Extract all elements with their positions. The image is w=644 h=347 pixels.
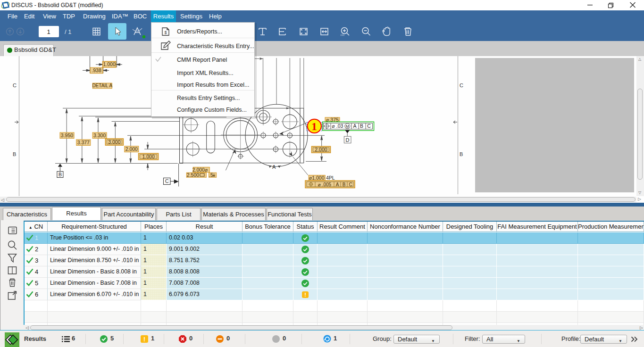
- svg-text:CMM Report Panel: CMM Report Panel: [177, 57, 227, 63]
- svg-text:2.000⌀: 2.000⌀: [192, 167, 208, 173]
- svg-text:C: C: [13, 83, 17, 88]
- svg-text:$: $: [164, 30, 167, 35]
- svg-text:/ 1: / 1: [65, 28, 71, 35]
- svg-text:3.950: 3.950: [61, 132, 73, 138]
- svg-text:!: !: [143, 336, 145, 343]
- svg-text:.938: .938: [92, 67, 101, 73]
- svg-text:B: B: [360, 123, 363, 129]
- svg-text:1.000: 1.000: [103, 61, 115, 67]
- svg-text:B: B: [343, 182, 346, 187]
- svg-text:Configure Custom Fields...: Configure Custom Fields...: [177, 107, 247, 113]
- svg-text:Results Entry Settings...: Results Entry Settings...: [177, 95, 240, 101]
- svg-text:3.377: 3.377: [77, 140, 90, 145]
- svg-text:D: D: [346, 137, 350, 143]
- svg-text:B: B: [13, 151, 16, 157]
- svg-text:2.000: 2.000: [315, 147, 327, 152]
- svg-text:A: A: [272, 164, 276, 170]
- svg-text:2.000: 2.000: [125, 146, 138, 152]
- svg-text:B: B: [59, 172, 62, 177]
- svg-text:3.300: 3.300: [93, 132, 106, 138]
- svg-text:⌀ .03: ⌀ .03: [332, 123, 343, 129]
- svg-text:Orders/Reports...: Orders/Reports...: [177, 28, 222, 35]
- svg-text:C: C: [460, 83, 463, 88]
- svg-text:C: C: [165, 178, 169, 184]
- svg-text:A: A: [336, 182, 339, 187]
- svg-text:1.000: 1.000: [142, 154, 154, 159]
- svg-text:⌀1.000: ⌀1.000: [309, 175, 325, 181]
- svg-text:1: 1: [47, 28, 50, 35]
- svg-text:C: C: [349, 182, 352, 187]
- svg-text:Import XML Results...: Import XML Results...: [177, 70, 234, 76]
- svg-text:.5: .5: [209, 172, 213, 178]
- svg-text:Characteristic Results Entry..: Characteristic Results Entry...: [177, 43, 254, 50]
- svg-text:!: !: [304, 292, 306, 297]
- svg-text:A: A: [353, 123, 356, 129]
- svg-text:1: 1: [311, 120, 317, 132]
- svg-text:C: C: [367, 123, 371, 129]
- svg-text:3.000: 3.000: [108, 139, 120, 145]
- svg-text:DETAIL A: DETAIL A: [92, 83, 112, 88]
- svg-text:4PL: 4PL: [326, 175, 335, 181]
- svg-text:⌀ .005: ⌀ .005: [318, 182, 332, 187]
- svg-text:2.500: 2.500: [187, 172, 199, 178]
- svg-text:M: M: [346, 124, 349, 129]
- svg-text:Import Results from Excel...: Import Results from Excel...: [177, 82, 250, 88]
- svg-text:B: B: [460, 151, 463, 157]
